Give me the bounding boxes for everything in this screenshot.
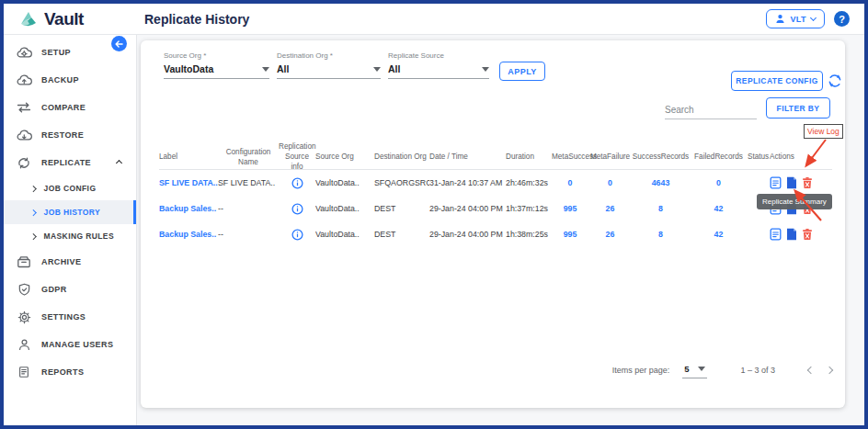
replicate-source-value: All — [388, 63, 400, 74]
summary-icon — [770, 176, 782, 189]
row-label-link[interactable]: SF LIVE DATA.. — [159, 178, 218, 187]
sidebar-item-job-history[interactable]: JOB HISTORY — [4, 200, 136, 224]
chevron-right-icon — [30, 233, 36, 239]
app-window: Vault Replicate History VLT ? SETUP — [0, 0, 868, 429]
destination-org-select[interactable]: Destination Org * All — [277, 51, 381, 79]
replicate-summary-button[interactable] — [770, 228, 782, 241]
chevron-down-icon — [373, 67, 381, 72]
view-log-button[interactable] — [786, 176, 797, 189]
success-records-link[interactable]: 8 — [632, 204, 690, 213]
actions-cell — [770, 176, 832, 189]
file-icon — [786, 176, 797, 189]
chevron-right-icon — [30, 209, 36, 215]
cloud-gear-icon — [16, 46, 32, 59]
page-range: 1 – 3 of 3 — [740, 366, 775, 375]
refresh-button[interactable] — [827, 73, 843, 89]
chevron-up-icon[interactable] — [116, 159, 122, 165]
filter-by-button[interactable]: FILTER BY — [766, 97, 830, 119]
replicate-summary-button[interactable] — [770, 176, 782, 189]
column-header: MetaSuccess — [552, 152, 588, 162]
table-row: Backup Sales.. -- VaultoData.. DEST 29-J… — [159, 221, 832, 247]
table-row: SF LIVE DATA.. SF LIVE DATA.. VaultoData… — [159, 170, 832, 196]
main-content: Source Org * VaultoData Destination Org … — [137, 35, 864, 425]
replicate-summary-tooltip: Replicate Summary — [757, 194, 832, 209]
column-header: Duration — [506, 152, 552, 162]
column-header: Destination Org — [374, 152, 429, 162]
sidebar-item-archive[interactable]: ARCHIVE — [4, 248, 136, 276]
sidebar-item-compare[interactable]: COMPARE — [4, 94, 136, 121]
info-icon — [291, 229, 303, 241]
row-label-link[interactable]: Backup Sales.. — [159, 204, 218, 213]
trash-icon — [802, 176, 813, 189]
table-row: Backup Sales.. -- VaultoData.. DEST 29-J… — [159, 196, 832, 221]
view-log-button[interactable] — [786, 228, 797, 241]
row-label-link[interactable]: Backup Sales.. — [159, 230, 218, 239]
replicate-config-button[interactable]: REPLICATE CONFIG — [731, 71, 823, 91]
summary-icon — [770, 228, 782, 241]
sidebar-item-masking-rules[interactable]: MASKING RULES — [4, 224, 136, 248]
view-log-annotation: View Log — [804, 124, 843, 139]
sidebar-item-manage-users[interactable]: MANAGE USERS — [4, 331, 136, 358]
delete-button[interactable] — [802, 176, 813, 189]
cloud-upload-icon — [16, 73, 32, 86]
replication-source-info-button[interactable] — [279, 177, 315, 189]
success-records-link[interactable]: 8 — [632, 230, 690, 239]
items-per-page-label: Items per page: — [612, 366, 670, 375]
user-menu-label: VLT — [790, 15, 806, 24]
replicate-source-select[interactable]: Replicate Source All — [388, 51, 489, 79]
search-input[interactable] — [665, 101, 757, 119]
replication-source-info-button[interactable] — [279, 203, 315, 215]
source-org-value: VaultoData — [164, 63, 213, 74]
chevron-down-icon — [810, 14, 817, 20]
sidebar-item-restore[interactable]: RESTORE — [4, 121, 136, 149]
vault-logo-icon — [18, 10, 39, 28]
sidebar-item-settings[interactable]: SETTINGS — [4, 303, 136, 331]
previous-page-button[interactable] — [807, 367, 815, 374]
next-page-button[interactable] — [826, 367, 833, 374]
replicate-cycle-icon — [16, 156, 32, 170]
sidebar-item-backup[interactable]: BACKUP — [4, 66, 136, 94]
table-header: Label Configuration Name Replication Sou… — [159, 141, 832, 172]
actions-cell — [770, 228, 832, 241]
info-icon — [291, 177, 303, 189]
column-header: Replication Source info — [279, 141, 315, 172]
column-header: Actions — [770, 152, 832, 162]
sidebar-item-job-config[interactable]: JOB CONFIG — [4, 176, 136, 200]
user-menu-button[interactable]: VLT — [766, 9, 825, 28]
refresh-icon — [827, 73, 843, 89]
shield-check-icon — [16, 283, 32, 297]
help-button[interactable]: ? — [834, 11, 850, 27]
column-header: MetaFailure — [588, 152, 632, 162]
column-header: Label — [159, 152, 218, 162]
sidebar-item-reports[interactable]: REPORTS — [4, 358, 136, 386]
sidebar-item-gdpr[interactable]: GDPR — [4, 276, 136, 303]
info-icon — [291, 203, 303, 215]
chevron-right-icon — [30, 186, 36, 191]
table-body: SF LIVE DATA.. SF LIVE DATA.. VaultoData… — [159, 170, 832, 247]
topbar-right: VLT ? — [766, 9, 864, 28]
delete-button[interactable] — [802, 228, 813, 241]
trash-icon — [802, 228, 813, 241]
column-header: Status — [748, 152, 770, 162]
filter-bar: Source Org * VaultoData Destination Org … — [164, 51, 489, 79]
apply-button[interactable]: APPLY — [499, 62, 545, 81]
file-icon — [786, 228, 797, 241]
column-header: Source Org — [315, 152, 374, 162]
column-header: Configuration Name — [218, 147, 279, 167]
chevron-down-icon — [482, 67, 489, 72]
collapse-sidebar-button[interactable] — [111, 36, 127, 51]
column-header: FailedRecords — [690, 152, 748, 162]
top-header: Vault Replicate History VLT ? — [4, 4, 864, 35]
logo-text: Vault — [44, 9, 84, 29]
report-icon — [16, 366, 32, 378]
items-per-page-select[interactable]: 5 — [682, 362, 707, 378]
chevron-down-icon — [262, 67, 269, 72]
archive-icon — [16, 255, 32, 268]
sidebar: SETUP BACKUP COMPARE RESTORE REPLICATE — [4, 35, 137, 425]
source-org-select[interactable]: Source Org * VaultoData — [164, 51, 269, 79]
replication-source-info-button[interactable] — [279, 229, 315, 241]
arrow-left-icon — [115, 40, 123, 48]
sidebar-item-replicate[interactable]: REPLICATE — [4, 149, 136, 176]
success-records-link[interactable]: 4643 — [632, 178, 690, 187]
user-icon — [16, 338, 32, 351]
